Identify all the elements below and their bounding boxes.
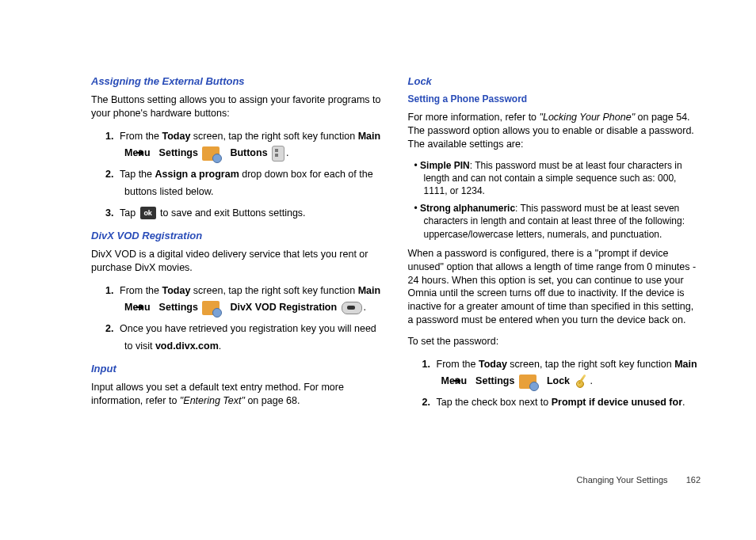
step-number: 2. [105,166,120,183]
settings-icon [519,375,536,389]
step-1: 1.From the Today screen, tap the right s… [91,128,384,162]
step-1: 1.From the Today screen, tap the right s… [91,283,384,317]
assign-buttons-intro: The Buttons setting allows you to assign… [91,93,384,120]
page-footer: Changing Your Settings 162 [577,475,701,485]
heading-phone-password: Setting a Phone Password [408,93,701,105]
buttons-icon [272,146,284,162]
lock-intro: For more information, refer to "Locking … [408,111,701,151]
option-simple-pin: Simple PIN: This password must be at lea… [408,159,701,198]
step-1: 1.From the Today screen, tap the right s… [408,356,701,390]
input-body: Input allows you set a default text entr… [91,381,384,408]
step-3: 3.Tap ok to save and exit Buttons settin… [91,205,384,222]
set-password-steps: 1.From the Today screen, tap the right s… [408,356,701,412]
step-2: 2.Tap the check box next to Prompt if de… [408,394,701,411]
footer-section: Changing Your Settings [577,475,668,485]
step-number: 1. [422,356,437,373]
option-strong-alpha: Strong alphanumeric: This password must … [408,202,701,241]
divx-icon [342,302,362,314]
step-number: 2. [422,394,437,411]
step-number: 3. [105,205,120,222]
page-number: 162 [686,475,701,485]
step-number: 1. [105,283,120,299]
to-set-password: To set the password: [408,335,701,348]
divx-steps: 1.From the Today screen, tap the right s… [91,283,384,355]
settings-icon [202,146,220,161]
password-configured-body: When a password is configured, there is … [408,247,701,327]
assign-buttons-steps: 1.From the Today screen, tap the right s… [91,128,384,222]
ref-locking-phone: "Locking Your Phone" [540,112,636,123]
step-2: 2.Once you have retrieved you registrati… [91,321,384,355]
heading-assign-buttons: Assigning the External Buttons [91,75,384,87]
step-number: 2. [105,321,120,337]
lock-icon [575,375,589,388]
right-column: Lock Setting a Phone Password For more i… [408,75,701,420]
password-options: Simple PIN: This password must be at lea… [408,159,701,241]
step-2: 2.Tap the Assign a program drop down box… [91,166,384,200]
heading-divx: DivX VOD Registration [91,230,384,241]
heading-input: Input [91,363,384,375]
left-column: Assigning the External Buttons The Butto… [91,75,384,420]
ok-icon: ok [140,207,156,219]
settings-icon [202,301,220,315]
divx-intro: DivX VOD is a digital video delivery ser… [91,248,384,275]
step-number: 1. [105,128,120,145]
heading-lock: Lock [408,75,701,87]
ref-entering-text: "Entering Text" [180,395,245,406]
